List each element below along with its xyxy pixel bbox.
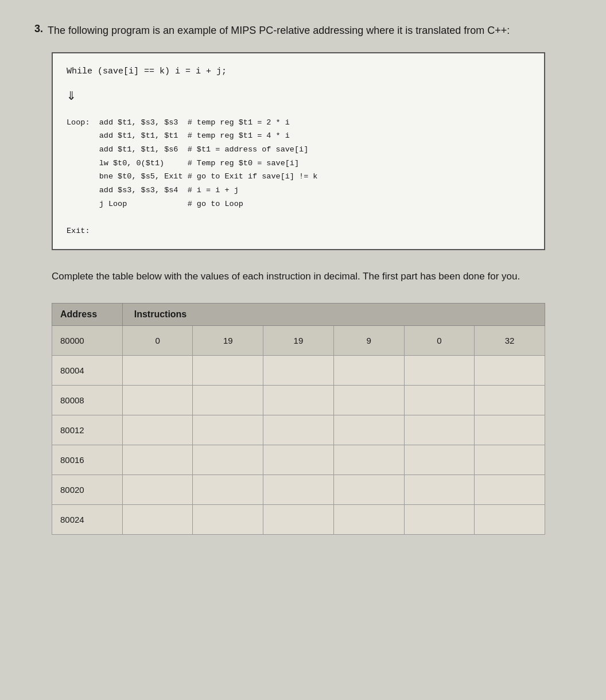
mips-line-6: add $s3, $s3, $s4 # i = i + j [67,184,530,197]
inst-cell-4-0 [122,445,193,475]
address-cell-3: 80012 [52,415,123,445]
inst-cell-4-5 [475,445,545,475]
inst-cell-4-2 [263,445,334,475]
inst-cell-6-3 [333,504,404,534]
mips-line-1: Loop: add $t1, $s3, $s3 # temp reg $t1 =… [67,116,530,130]
table-row: 80000 0 19 19 9 0 32 [52,325,545,355]
mips-line-3: add $t1, $t1, $s6 # $t1 = address of sav… [67,143,530,157]
mips-line-2: add $t1, $t1, $t1 # temp reg $t1 = 4 * i [67,129,530,143]
address-cell-4: 80016 [52,445,123,475]
inst-cell-6-2 [263,504,334,534]
inst-cell-3-2 [263,415,334,445]
code-box: While (save[i] == k) i = i + j; ⇓ Loop: … [52,52,545,250]
inst-cell-2-0 [122,385,193,415]
inst-cell-1-0 [122,355,193,385]
inst-cell-1-3 [333,355,404,385]
address-cell-2: 80008 [52,385,123,415]
inst-cell-0-5: 32 [475,325,545,355]
inst-cell-3-5 [475,415,545,445]
inst-cell-2-5 [475,385,545,415]
table-row: 80012 [52,415,545,445]
inst-cell-3-4 [404,415,475,445]
inst-cell-3-3 [333,415,404,445]
inst-cell-0-0: 0 [122,325,193,355]
table-row: 80016 [52,445,545,475]
question-header: 3. The following program is an example o… [34,23,572,38]
inst-cell-6-4 [404,504,475,534]
inst-cell-5-3 [333,475,404,504]
mips-line-7: j Loop # go to Loop [67,197,530,211]
address-cell-5: 80020 [52,475,123,504]
question-text: The following program is an example of M… [48,23,510,38]
inst-cell-3-0 [122,415,193,445]
table-row: 80008 [52,385,545,415]
mips-exit-label: Exit: [67,224,530,238]
instructions-text: Complete the table below with the values… [52,269,522,284]
inst-cell-6-1 [193,504,263,534]
inst-cell-0-1: 19 [193,325,263,355]
table-wrapper: Address Instructions 80000 0 19 19 9 0 3… [52,303,572,535]
address-header: Address [52,303,123,325]
inst-cell-5-5 [475,475,545,504]
inst-cell-5-2 [263,475,334,504]
question-number: 3. [34,23,43,35]
table-header-row: Address Instructions [52,303,545,325]
inst-cell-5-4 [404,475,475,504]
inst-cell-6-5 [475,504,545,534]
inst-cell-5-1 [193,475,263,504]
inst-cell-2-4 [404,385,475,415]
inst-cell-1-2 [263,355,334,385]
address-cell-1: 80004 [52,355,123,385]
down-arrow: ⇓ [67,83,530,109]
mips-line-4: lw $t0, 0($t1) # Temp reg $t0 = save[i] [67,157,530,170]
instructions-table: Address Instructions 80000 0 19 19 9 0 3… [52,303,545,535]
inst-cell-0-2: 19 [263,325,334,355]
inst-cell-4-4 [404,445,475,475]
table-row: 80024 [52,504,545,534]
mips-line-5: bne $t0, $s5, Exit # go to Exit if save[… [67,170,530,184]
inst-cell-2-1 [193,385,263,415]
mips-code-block: Loop: add $t1, $s3, $s3 # temp reg $t1 =… [67,116,530,238]
instructions-header: Instructions [122,303,545,325]
mips-line-8 [67,211,530,224]
table-row: 80020 [52,475,545,504]
inst-cell-1-5 [475,355,545,385]
inst-cell-2-2 [263,385,334,415]
inst-cell-2-3 [333,385,404,415]
inst-cell-5-0 [122,475,193,504]
table-row: 80004 [52,355,545,385]
inst-cell-0-4: 0 [404,325,475,355]
inst-cell-1-4 [404,355,475,385]
inst-cell-0-3: 9 [333,325,404,355]
inst-cell-4-1 [193,445,263,475]
cpp-code-line: While (save[i] == k) i = i + j; [67,65,530,79]
inst-cell-1-1 [193,355,263,385]
address-cell-6: 80024 [52,504,123,534]
address-cell-0: 80000 [52,325,123,355]
inst-cell-4-3 [333,445,404,475]
inst-cell-3-1 [193,415,263,445]
inst-cell-6-0 [122,504,193,534]
